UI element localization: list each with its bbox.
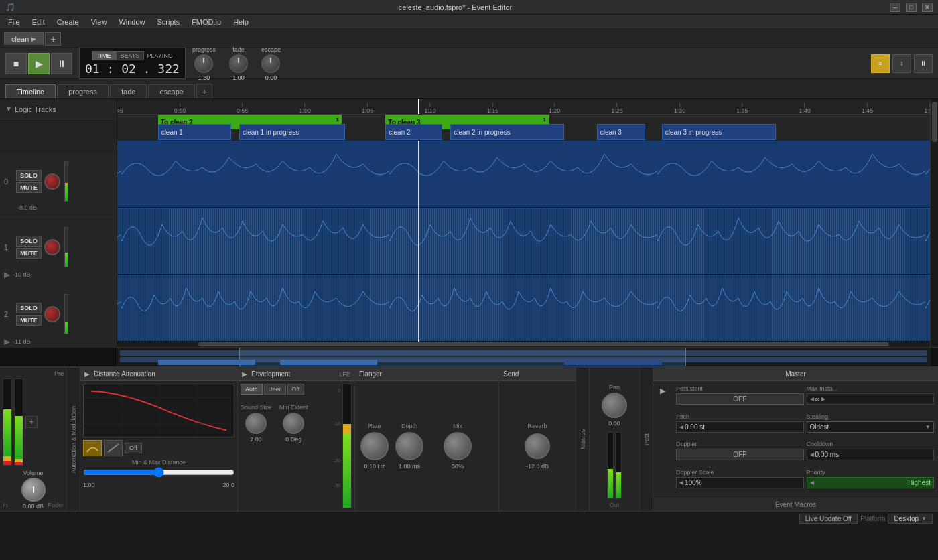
pan-knob[interactable] xyxy=(602,393,627,418)
fader-panel: Pre + Volume 0.00 dB xyxy=(0,368,67,511)
distance-off-button[interactable]: Off xyxy=(125,443,142,453)
track-2-solo-button[interactable]: SOLO xyxy=(16,303,42,313)
sub-marker-clean-2[interactable]: clean 2 xyxy=(385,124,442,140)
tab-progress[interactable]: progress xyxy=(57,84,109,98)
menu-scripts[interactable]: Scripts xyxy=(152,17,186,27)
automation-panel: Automation & Modulation xyxy=(67,368,80,511)
time-mode-time[interactable]: TIME xyxy=(92,51,116,60)
vertical-scrollbar[interactable] xyxy=(930,99,938,347)
doppler-scale-value[interactable]: ◀ 100% xyxy=(676,477,804,488)
event-tab-play-icon[interactable]: ▶ xyxy=(31,36,36,42)
menu-create[interactable]: Create xyxy=(52,17,84,27)
add-meter-button[interactable]: + xyxy=(25,416,38,428)
sub-marker-clean-1[interactable]: clean 1 xyxy=(158,124,231,140)
menu-fmodio[interactable]: FMOD.io xyxy=(186,17,226,27)
pitch-value[interactable]: ◀ 0.00 st xyxy=(676,421,804,433)
distance-attenuation-curve[interactable] xyxy=(83,384,234,437)
stealing-value: Oldest xyxy=(810,423,829,431)
track-0-solo-button[interactable]: SOLO xyxy=(16,170,42,181)
tab-add-button[interactable]: + xyxy=(196,84,212,98)
min-max-slider-container[interactable] xyxy=(83,468,234,479)
stop-button[interactable]: ■ xyxy=(5,53,27,74)
horizontal-scrollbar[interactable] xyxy=(117,342,930,347)
menu-file[interactable]: File xyxy=(3,17,25,27)
min-max-slider[interactable] xyxy=(83,470,234,475)
sub-marker-clean-1-progress[interactable]: clean 1 in progress xyxy=(239,124,345,140)
sound-size-knob[interactable] xyxy=(245,413,267,434)
logic-tracks-label: Logic Tracks xyxy=(15,105,56,113)
sub-marker-clean-2-progress[interactable]: clean 2 in progress xyxy=(450,124,564,140)
track-1-mute-button[interactable]: MUTE xyxy=(16,248,42,259)
live-update-button[interactable]: Live Update Off xyxy=(799,514,858,524)
time-mode-beats[interactable]: BEATS xyxy=(116,51,145,60)
close-button[interactable]: ✕ xyxy=(922,3,933,12)
envelopment-play-icon[interactable]: ▶ xyxy=(242,370,247,378)
minimap-content[interactable] xyxy=(117,348,930,366)
track-2-mute-button[interactable]: MUTE xyxy=(16,315,42,326)
min-extent-label: Min Extent xyxy=(279,404,308,411)
sub-marker-clean-3-progress[interactable]: clean 3 in progress xyxy=(662,124,776,140)
max-instances-arrow-right: ▶ xyxy=(821,396,825,402)
master-play-button[interactable]: ▶ xyxy=(657,385,668,396)
priority-dropdown[interactable]: ◀ Highest xyxy=(807,477,935,488)
timeline-ruler[interactable]: 0:45 0:50 0:55 1:00 1:05 1:10 1:15 1:20 … xyxy=(117,99,930,115)
logic-tracks-expand-icon[interactable]: ▼ xyxy=(5,105,12,113)
tab-fade[interactable]: fade xyxy=(110,84,147,98)
envelopment-auto-button[interactable]: Auto xyxy=(241,384,263,395)
platform-dropdown[interactable]: Desktop ▼ xyxy=(888,514,933,524)
track-1-volume-knob[interactable] xyxy=(44,239,60,255)
max-instances-value[interactable]: ◀ ∞ ▶ xyxy=(807,393,935,405)
escape-value: 0.00 xyxy=(265,74,277,81)
sub-marker-clean-3[interactable]: clean 3 xyxy=(597,124,646,140)
minimap-section-3 xyxy=(564,360,662,365)
track-0-volume-knob[interactable] xyxy=(44,173,60,190)
volume-knob[interactable] xyxy=(21,478,46,502)
scroll-thumb[interactable] xyxy=(198,342,889,346)
curve-preset-2-button[interactable] xyxy=(104,440,123,456)
track-1-waveform[interactable] xyxy=(117,208,930,275)
menu-view[interactable]: View xyxy=(86,17,113,27)
min-extent-knob[interactable] xyxy=(283,413,304,434)
menu-window[interactable]: Window xyxy=(113,17,150,27)
tab-timeline[interactable]: Timeline xyxy=(5,84,56,98)
persistent-button[interactable]: OFF xyxy=(676,393,804,405)
vertical-scroll-thumb[interactable] xyxy=(932,102,937,142)
stealing-dropdown[interactable]: Oldest ▼ xyxy=(807,421,935,433)
envelopment-user-button[interactable]: User xyxy=(264,384,286,395)
track-0-mute-button[interactable]: MUTE xyxy=(16,182,42,193)
send-title-bar: Send xyxy=(499,368,576,381)
minimize-button[interactable]: ─ xyxy=(890,3,900,12)
play-button[interactable]: ▶ xyxy=(28,53,50,74)
doppler-scale-arrow: ◀ xyxy=(679,480,683,486)
rate-knob[interactable] xyxy=(360,432,389,460)
event-list-view-button[interactable]: ≡ xyxy=(871,54,890,73)
envelopment-off-button[interactable]: Off xyxy=(287,384,305,395)
event-tab-clean[interactable]: clean ▶ xyxy=(4,32,44,45)
track-1-expand[interactable]: ▶ xyxy=(4,270,10,279)
spatializer-play-icon[interactable]: ▶ xyxy=(84,370,90,378)
track-2-volume-knob[interactable] xyxy=(44,306,60,322)
compact-icon: ↕ xyxy=(900,60,904,67)
event-compact-view-button[interactable]: ↕ xyxy=(892,54,911,73)
curve-preset-1-button[interactable] xyxy=(83,440,102,456)
fade-knob[interactable] xyxy=(229,54,248,73)
maximize-button[interactable]: □ xyxy=(906,3,917,12)
track-2-waveform[interactable] xyxy=(117,275,930,342)
escape-knob[interactable] xyxy=(261,54,280,73)
track-1-solo-button[interactable]: SOLO xyxy=(16,236,42,247)
doppler-button[interactable]: OFF xyxy=(676,449,804,460)
event-pause-view-button[interactable]: ⏸ xyxy=(914,54,933,73)
track-0-waveform[interactable]: // This won't execute in SVG, use inline… xyxy=(117,141,930,208)
depth-knob[interactable] xyxy=(395,432,423,460)
event-tab-add-button[interactable]: + xyxy=(45,32,61,46)
pause-button[interactable]: ⏸ xyxy=(51,53,72,74)
menu-help[interactable]: Help xyxy=(228,17,254,27)
progress-knob[interactable] xyxy=(194,54,213,73)
reverb-knob[interactable] xyxy=(525,433,550,459)
cooldown-value[interactable]: ◀ 0.00 ms xyxy=(807,449,935,460)
mix-knob[interactable] xyxy=(444,432,472,460)
track-2-expand[interactable]: ▶ xyxy=(4,337,10,346)
title-bar-controls[interactable]: ─ □ ✕ xyxy=(890,3,933,12)
tab-escape[interactable]: escape xyxy=(148,84,194,98)
menu-edit[interactable]: Edit xyxy=(27,17,50,27)
